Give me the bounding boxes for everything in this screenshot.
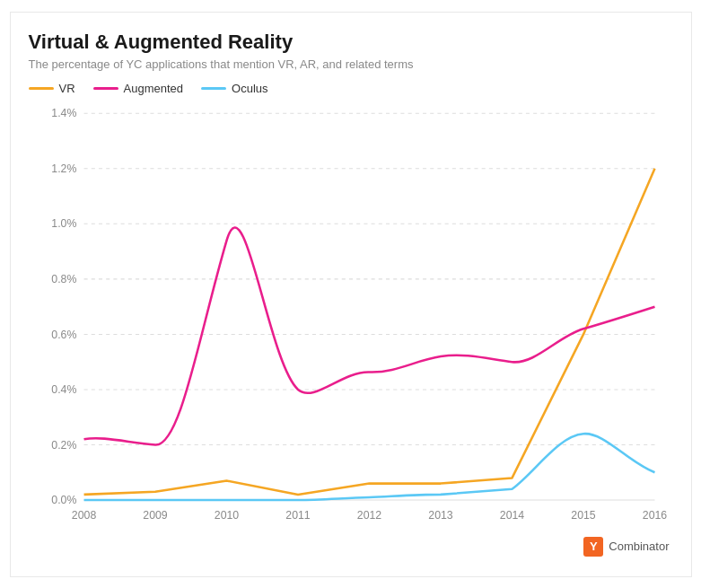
- svg-text:2014: 2014: [499, 508, 524, 521]
- legend-vr-label: VR: [59, 82, 75, 95]
- svg-text:2015: 2015: [571, 508, 596, 521]
- legend-augmented: Augmented: [93, 82, 184, 95]
- svg-text:0.4%: 0.4%: [51, 383, 76, 396]
- svg-text:2012: 2012: [356, 508, 381, 521]
- chart-container: Virtual & Augmented Reality The percenta…: [10, 12, 692, 577]
- yc-text: Combinator: [609, 540, 669, 553]
- yc-letter: Y: [590, 540, 598, 553]
- chart-svg: 0.0% 0.2% 0.4% 0.6% 0.8% 1.0% 1.2% 1.4% …: [29, 104, 673, 528]
- svg-text:1.4%: 1.4%: [51, 107, 76, 119]
- yc-box: Y: [583, 537, 603, 557]
- svg-text:0.6%: 0.6%: [51, 328, 76, 340]
- svg-text:2009: 2009: [143, 508, 168, 521]
- svg-text:0.0%: 0.0%: [51, 494, 76, 506]
- chart-title: Virtual & Augmented Reality: [29, 31, 673, 54]
- vr-line: [83, 168, 654, 494]
- svg-text:1.0%: 1.0%: [51, 217, 76, 230]
- svg-text:2011: 2011: [285, 508, 311, 521]
- legend-oculus-line: [201, 87, 226, 90]
- chart-legend: VR Augmented Oculus: [29, 82, 673, 95]
- yc-logo: Y Combinator: [583, 537, 669, 557]
- svg-text:2008: 2008: [71, 508, 96, 521]
- svg-text:2013: 2013: [428, 508, 453, 521]
- svg-text:2010: 2010: [214, 508, 239, 521]
- svg-text:1.2%: 1.2%: [51, 162, 76, 174]
- augmented-line: [83, 227, 654, 444]
- legend-oculus: Oculus: [201, 82, 267, 95]
- chart-subtitle: The percentage of YC applications that m…: [29, 57, 673, 71]
- legend-vr-line: [29, 87, 54, 90]
- legend-vr: VR: [29, 82, 75, 95]
- legend-augmented-label: Augmented: [124, 82, 184, 95]
- svg-text:0.2%: 0.2%: [51, 438, 76, 451]
- svg-text:0.8%: 0.8%: [51, 272, 76, 285]
- legend-oculus-label: Oculus: [232, 82, 267, 95]
- svg-text:2016: 2016: [642, 508, 667, 521]
- legend-augmented-line: [93, 87, 118, 90]
